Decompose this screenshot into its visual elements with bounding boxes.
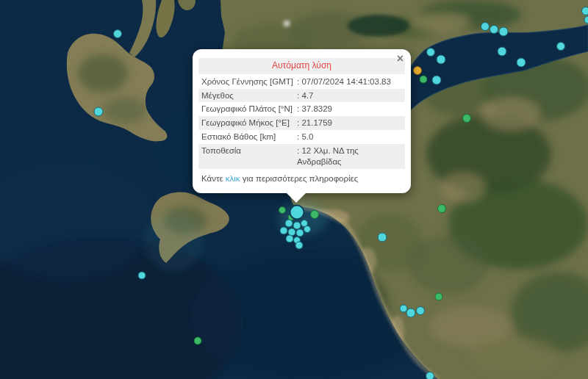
earthquake-marker[interactable] [194, 337, 202, 345]
popup-row-value: : 4.7 [297, 90, 402, 101]
earthquake-marker-main[interactable] [290, 205, 305, 220]
popup-arrow [287, 193, 306, 203]
earthquake-marker[interactable] [498, 47, 507, 57]
earthquake-map-app: × Αυτόματη λύση Χρόνος Γέννησης [GMT] : … [0, 0, 588, 379]
popup-row: Χρόνος Γέννησης [GMT] : 07/07/2024 14:41… [198, 75, 405, 89]
popup-row-label: Τοποθεσία [201, 145, 297, 156]
earthquake-marker[interactable] [581, 7, 588, 15]
earthquake-marker[interactable] [481, 22, 490, 31]
earthquake-marker[interactable] [416, 306, 425, 315]
popup-row-label: Χρόνος Γέννησης [GMT] [201, 76, 297, 87]
popup-row-value: : 07/07/2024 14:41:03.83 [297, 76, 402, 87]
popup-row-label: Γεωγραφικό Πλάτος [°N] [201, 104, 297, 115]
earthquake-marker[interactable] [420, 76, 428, 84]
more-info-link[interactable]: κλικ [226, 174, 240, 183]
earthquake-marker[interactable] [279, 206, 286, 214]
popup-footer: Κάντε κλικ για περισσότερες πληροφορίες [198, 169, 405, 185]
earthquake-marker[interactable] [413, 66, 422, 75]
popup-row: Γεωγραφικό Μήκος [°E] : 21.1759 [198, 116, 405, 130]
earthquake-marker[interactable] [296, 229, 304, 237]
close-icon[interactable]: × [395, 51, 405, 66]
earthquake-marker[interactable] [378, 233, 387, 242]
earthquake-marker[interactable] [94, 107, 104, 117]
earthquake-marker[interactable] [437, 204, 446, 213]
popup-row-label: Γεωγραφικό Μήκος [°E] [201, 118, 297, 129]
earthquake-marker[interactable] [295, 242, 304, 250]
earthquake-marker[interactable] [437, 55, 446, 65]
popup-row-label: Εστιακό Βάθος [km] [201, 131, 297, 142]
earthquake-marker[interactable] [584, 16, 588, 24]
earthquake-marker[interactable] [286, 235, 294, 243]
earthquake-marker[interactable] [462, 114, 471, 123]
earthquake-marker[interactable] [499, 27, 509, 37]
popup-row-value: : 21.1759 [297, 118, 402, 129]
earthquake-marker[interactable] [490, 25, 498, 34]
earthquake-marker[interactable] [406, 308, 416, 318]
earthquake-popup: × Αυτόματη λύση Χρόνος Γέννησης [GMT] : … [193, 49, 411, 193]
earthquake-marker[interactable] [556, 42, 565, 51]
popup-row-label: Μέγεθος [201, 90, 297, 101]
earthquake-marker[interactable] [285, 220, 293, 228]
earthquake-marker[interactable] [310, 210, 319, 219]
popup-row-value: : 5.0 [297, 131, 402, 142]
popup-row-value: : 12 Χλμ. ΝΔ της Ανδραβίδας [297, 145, 402, 167]
earthquake-marker[interactable] [138, 272, 146, 280]
earthquake-marker[interactable] [517, 58, 526, 68]
popup-row: Τοποθεσία : 12 Χλμ. ΝΔ της Ανδραβίδας [198, 144, 405, 169]
popup-row-value: : 37.8329 [297, 104, 402, 115]
earthquake-marker[interactable] [304, 225, 311, 233]
popup-row: Μέγεθος : 4.7 [198, 89, 405, 103]
popup-row: Εστιακό Βάθος [km] : 5.0 [198, 130, 405, 144]
earthquake-marker[interactable] [435, 293, 443, 301]
popup-row: Γεωγραφικό Πλάτος [°N] : 37.8329 [198, 102, 405, 116]
footer-text-suffix: για περισσότερες πληροφορίες [240, 174, 359, 183]
popup-title: Αυτόματη λύση [198, 58, 405, 74]
earthquake-marker[interactable] [432, 76, 442, 85]
earthquake-marker[interactable] [426, 48, 435, 57]
popup-table: Χρόνος Γέννησης [GMT] : 07/07/2024 14:41… [198, 75, 405, 170]
earthquake-marker[interactable] [280, 227, 288, 235]
footer-text-prefix: Κάντε [201, 174, 226, 183]
earthquake-marker[interactable] [426, 372, 434, 379]
earthquake-marker[interactable] [113, 29, 122, 38]
